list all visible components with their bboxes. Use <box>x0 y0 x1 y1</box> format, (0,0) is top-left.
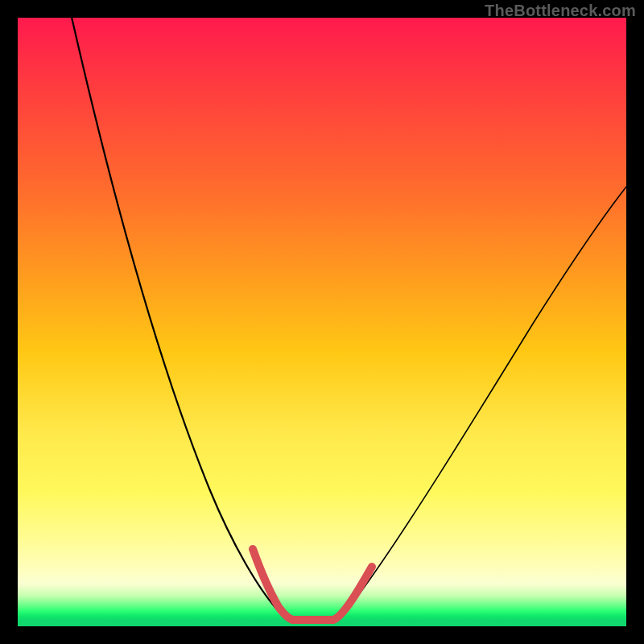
plot-area <box>18 18 626 626</box>
highlight-right <box>333 567 372 620</box>
curve-layer <box>18 18 626 626</box>
watermark-text: TheBottleneck.com <box>485 2 636 20</box>
curve-left <box>71 18 290 620</box>
curve-right <box>333 183 626 620</box>
outer-frame: TheBottleneck.com <box>0 0 644 644</box>
